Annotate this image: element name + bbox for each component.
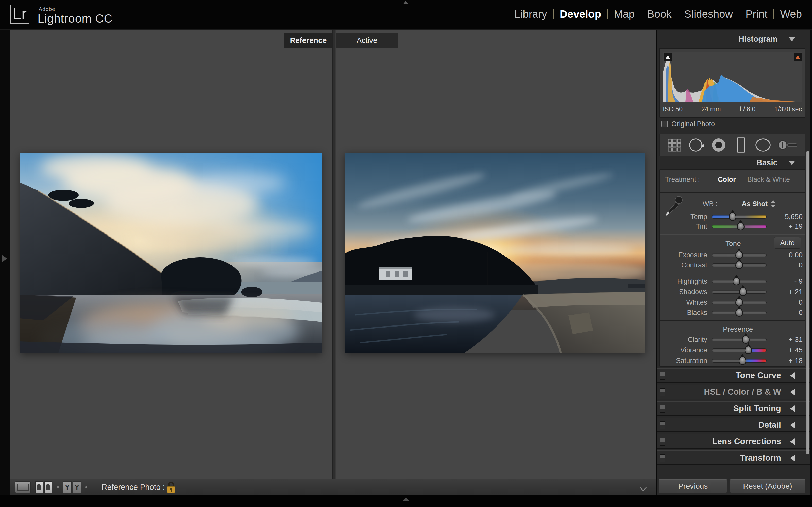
crop-overlay-icon[interactable]	[666, 136, 683, 154]
disclosure-left-icon[interactable]	[790, 405, 795, 412]
saturation-slider[interactable]	[712, 359, 767, 362]
panel-tone-curve[interactable]: Tone Curve	[657, 368, 810, 383]
top-caret-icon[interactable]	[403, 1, 409, 4]
spot-removal-icon[interactable]	[688, 136, 705, 154]
clarity-knob[interactable]	[742, 335, 750, 344]
nav-library[interactable]: Library	[511, 8, 550, 20]
panel-title: HSL / Color / B & W	[704, 385, 781, 399]
temp-knob[interactable]	[729, 212, 737, 221]
panel-toggle[interactable]	[660, 388, 665, 396]
auto-tone-button[interactable]: Auto	[774, 237, 801, 249]
compare-view-icon[interactable]: Y Y	[63, 481, 81, 493]
toolbar-dot	[57, 486, 59, 488]
disclosure-left-icon[interactable]	[790, 373, 795, 379]
disclosure-left-icon[interactable]	[790, 455, 795, 461]
tab-reference[interactable]: Reference	[284, 33, 333, 48]
histogram-panel-header[interactable]: Histogram	[657, 34, 805, 45]
lock-icon[interactable]	[166, 481, 176, 494]
tool-strip	[659, 134, 805, 156]
disclosure-left-icon[interactable]	[790, 438, 795, 445]
whites-slider-row: Whites 0	[660, 297, 806, 307]
shadows-slider[interactable]	[712, 290, 767, 293]
nav-book[interactable]: Book	[644, 8, 675, 20]
panel-split-toning[interactable]: Split Toning	[657, 401, 810, 416]
loupe-view-icon[interactable]	[15, 482, 31, 493]
wb-dropdown[interactable]: As Shot	[742, 200, 768, 208]
panel-lens-corrections[interactable]: Lens Corrections	[657, 434, 810, 449]
treatment-color-button[interactable]: Color	[718, 176, 736, 183]
whites-knob[interactable]	[735, 298, 743, 306]
panel-scrollbar[interactable]	[806, 151, 809, 454]
vibrance-slider[interactable]	[712, 348, 767, 352]
panel-title: Tone Curve	[735, 369, 781, 382]
previous-button[interactable]: Previous	[659, 479, 727, 493]
nav-divider	[607, 9, 608, 19]
nav-print[interactable]: Print	[742, 8, 771, 20]
right-edge-strip	[810, 30, 812, 495]
panel-toggle[interactable]	[660, 372, 665, 380]
temp-slider[interactable]	[712, 215, 767, 219]
clarity-slider[interactable]	[712, 338, 767, 341]
highlight-clipping-icon[interactable]	[794, 53, 802, 61]
highlights-slider[interactable]	[712, 280, 767, 283]
original-photo-checkbox[interactable]	[661, 121, 668, 127]
toolbar-chevron-icon[interactable]	[640, 484, 647, 491]
panel-toggle[interactable]	[660, 421, 665, 429]
highlights-knob[interactable]	[732, 277, 740, 285]
highlights-slider-row: Highlights - 9	[660, 276, 806, 286]
contrast-slider-row: Contrast 0	[660, 260, 806, 270]
exposure-slider[interactable]	[712, 253, 767, 257]
shadow-clipping-icon[interactable]	[664, 53, 672, 61]
contrast-label: Contrast	[660, 260, 707, 270]
wb-dropdown-arrows-icon[interactable]	[771, 200, 776, 208]
nav-map[interactable]: Map	[610, 8, 638, 20]
reference-photo[interactable]	[20, 153, 322, 353]
nav-web[interactable]: Web	[776, 8, 805, 20]
disclosure-left-icon[interactable]	[790, 422, 795, 429]
contrast-slider[interactable]	[712, 263, 767, 267]
reference-thumb-icon	[44, 481, 52, 493]
tint-label: Tint	[660, 221, 707, 231]
panel-toggle[interactable]	[660, 438, 665, 446]
tint-slider-row: Tint + 19	[660, 221, 806, 231]
panel-toggle[interactable]	[660, 454, 665, 462]
exposure-value: 0.00	[770, 250, 803, 260]
nav-slideshow[interactable]: Slideshow	[681, 8, 737, 20]
reference-view-icon[interactable]	[35, 481, 52, 493]
histogram-chart[interactable]	[663, 52, 802, 102]
vibrance-knob[interactable]	[745, 345, 752, 354]
temp-label: Temp	[660, 212, 707, 222]
panel-toggle[interactable]	[660, 405, 665, 413]
nav-develop[interactable]: Develop	[556, 8, 605, 20]
radial-filter-icon[interactable]	[754, 136, 772, 154]
whites-slider[interactable]	[712, 301, 767, 304]
basic-panel-header[interactable]: Basic	[657, 157, 805, 168]
adjustment-brush-icon[interactable]	[776, 136, 799, 154]
graduated-filter-icon[interactable]	[732, 136, 750, 154]
shadows-knob[interactable]	[739, 287, 747, 296]
contrast-knob[interactable]	[735, 261, 743, 269]
disclosure-left-icon[interactable]	[790, 389, 795, 395]
exif-info: ISO 50 24 mm f / 8.0 1/320 sec	[663, 105, 802, 113]
toolbar-dot	[85, 486, 87, 488]
panel-detail[interactable]: Detail	[657, 417, 810, 432]
panel-transform[interactable]: Transform	[657, 450, 810, 465]
saturation-knob[interactable]	[739, 356, 746, 365]
panel-hsl-color-bw[interactable]: HSL / Color / B & W	[657, 385, 810, 399]
compare-y-icon: Y	[63, 481, 71, 493]
tab-active[interactable]: Active	[336, 33, 398, 48]
blacks-slider[interactable]	[712, 311, 767, 314]
filmstrip-caret-icon[interactable]	[402, 497, 410, 501]
panel-title: Transform	[740, 451, 781, 465]
disclosure-down-icon[interactable]	[789, 37, 795, 41]
exposure-knob[interactable]	[735, 250, 743, 259]
tint-knob[interactable]	[737, 222, 745, 230]
treatment-bw-button[interactable]: Black & White	[747, 176, 790, 183]
active-photo[interactable]	[345, 153, 645, 353]
blacks-knob[interactable]	[735, 308, 743, 317]
show-left-panel-icon[interactable]	[2, 255, 7, 262]
reset-button[interactable]: Reset (Adobe)	[730, 479, 805, 493]
tint-slider[interactable]	[712, 225, 767, 228]
red-eye-icon[interactable]	[710, 136, 727, 154]
disclosure-down-icon[interactable]	[789, 161, 795, 165]
